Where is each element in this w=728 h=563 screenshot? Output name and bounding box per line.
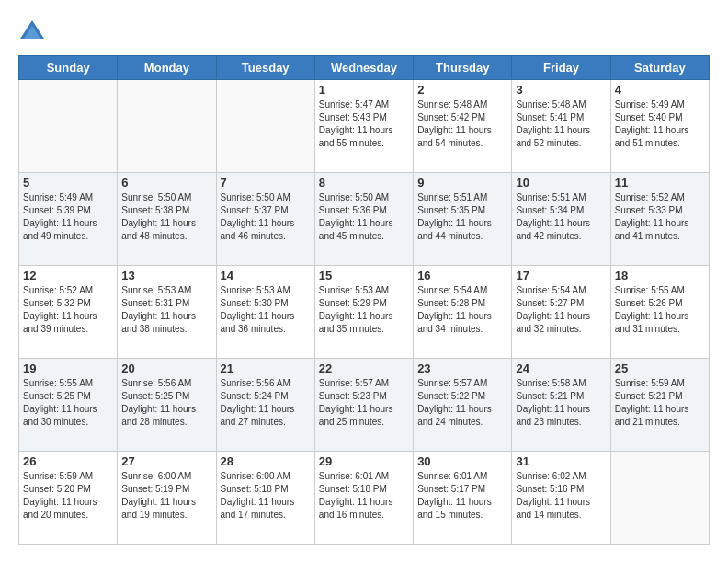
week-row-5: 26Sunrise: 5:59 AMSunset: 5:20 PMDayligh… (19, 452, 710, 545)
weekday-header-monday: Monday (118, 56, 216, 80)
day-info: Sunrise: 5:51 AMSunset: 5:34 PMDaylight:… (516, 191, 606, 243)
day-info: Sunrise: 5:52 AMSunset: 5:32 PMDaylight:… (23, 284, 113, 336)
day-number: 18 (615, 269, 705, 282)
calendar-cell-2-3: 7Sunrise: 5:50 AMSunset: 5:37 PMDaylight… (216, 173, 314, 266)
logo (18, 18, 50, 46)
page: SundayMondayTuesdayWednesdayThursdayFrid… (0, 0, 728, 563)
day-info: Sunrise: 5:48 AMSunset: 5:42 PMDaylight:… (417, 98, 507, 150)
day-number: 1 (319, 83, 409, 97)
day-number: 14 (221, 269, 311, 282)
calendar-cell-1-1 (19, 80, 118, 173)
calendar-cell-4-6: 24Sunrise: 5:58 AMSunset: 5:21 PMDayligh… (512, 359, 610, 452)
calendar-cell-3-6: 17Sunrise: 5:54 AMSunset: 5:27 PMDayligh… (512, 266, 610, 359)
calendar-cell-1-5: 2Sunrise: 5:48 AMSunset: 5:42 PMDaylight… (414, 80, 512, 173)
day-number: 15 (319, 269, 409, 282)
day-number: 23 (417, 362, 507, 375)
day-info: Sunrise: 5:52 AMSunset: 5:33 PMDaylight:… (615, 191, 705, 243)
calendar-cell-3-5: 16Sunrise: 5:54 AMSunset: 5:28 PMDayligh… (414, 266, 512, 359)
day-info: Sunrise: 5:54 AMSunset: 5:27 PMDaylight:… (516, 284, 606, 336)
day-info: Sunrise: 6:00 AMSunset: 5:19 PMDaylight:… (121, 470, 211, 522)
day-info: Sunrise: 6:01 AMSunset: 5:17 PMDaylight:… (417, 470, 507, 522)
day-number: 8 (319, 176, 409, 190)
day-info: Sunrise: 5:48 AMSunset: 5:41 PMDaylight:… (516, 98, 606, 150)
week-row-4: 19Sunrise: 5:55 AMSunset: 5:25 PMDayligh… (19, 359, 710, 452)
day-info: Sunrise: 5:51 AMSunset: 5:35 PMDaylight:… (417, 191, 507, 243)
calendar-cell-5-4: 29Sunrise: 6:01 AMSunset: 5:18 PMDayligh… (314, 452, 413, 545)
weekday-header-row: SundayMondayTuesdayWednesdayThursdayFrid… (19, 56, 710, 80)
day-number: 5 (23, 176, 113, 190)
week-row-3: 12Sunrise: 5:52 AMSunset: 5:32 PMDayligh… (19, 266, 710, 359)
day-number: 16 (417, 269, 507, 282)
day-number: 11 (615, 176, 705, 190)
calendar-cell-2-4: 8Sunrise: 5:50 AMSunset: 5:36 PMDaylight… (314, 173, 413, 266)
day-info: Sunrise: 5:50 AMSunset: 5:36 PMDaylight:… (319, 191, 409, 243)
day-number: 21 (221, 362, 311, 375)
calendar-cell-2-6: 10Sunrise: 5:51 AMSunset: 5:34 PMDayligh… (512, 173, 610, 266)
calendar-cell-3-3: 14Sunrise: 5:53 AMSunset: 5:30 PMDayligh… (216, 266, 314, 359)
calendar: SundayMondayTuesdayWednesdayThursdayFrid… (18, 55, 710, 545)
day-info: Sunrise: 5:56 AMSunset: 5:24 PMDaylight:… (221, 377, 311, 429)
day-number: 24 (516, 362, 606, 375)
day-number: 27 (121, 454, 211, 468)
day-info: Sunrise: 5:54 AMSunset: 5:28 PMDaylight:… (417, 284, 507, 336)
day-number: 3 (516, 83, 606, 97)
day-number: 20 (121, 362, 211, 375)
calendar-cell-4-4: 22Sunrise: 5:57 AMSunset: 5:23 PMDayligh… (314, 359, 413, 452)
day-number: 31 (516, 454, 606, 468)
day-info: Sunrise: 5:58 AMSunset: 5:21 PMDaylight:… (516, 377, 606, 429)
calendar-cell-2-1: 5Sunrise: 5:49 AMSunset: 5:39 PMDaylight… (19, 173, 118, 266)
calendar-cell-3-2: 13Sunrise: 5:53 AMSunset: 5:31 PMDayligh… (118, 266, 216, 359)
calendar-cell-2-7: 11Sunrise: 5:52 AMSunset: 5:33 PMDayligh… (610, 173, 709, 266)
week-row-1: 1Sunrise: 5:47 AMSunset: 5:43 PMDaylight… (19, 80, 710, 173)
day-number: 25 (615, 362, 705, 375)
calendar-cell-5-6: 31Sunrise: 6:02 AMSunset: 5:16 PMDayligh… (512, 452, 610, 545)
calendar-cell-4-2: 20Sunrise: 5:56 AMSunset: 5:25 PMDayligh… (118, 359, 216, 452)
calendar-cell-4-5: 23Sunrise: 5:57 AMSunset: 5:22 PMDayligh… (414, 359, 512, 452)
day-info: Sunrise: 6:01 AMSunset: 5:18 PMDaylight:… (319, 470, 409, 522)
day-number: 7 (221, 176, 311, 190)
day-number: 17 (516, 269, 606, 282)
day-info: Sunrise: 5:55 AMSunset: 5:26 PMDaylight:… (615, 284, 705, 336)
calendar-cell-4-3: 21Sunrise: 5:56 AMSunset: 5:24 PMDayligh… (216, 359, 314, 452)
weekday-header-wednesday: Wednesday (314, 56, 413, 80)
calendar-cell-1-6: 3Sunrise: 5:48 AMSunset: 5:41 PMDaylight… (512, 80, 610, 173)
day-info: Sunrise: 5:47 AMSunset: 5:43 PMDaylight:… (319, 98, 409, 150)
calendar-cell-5-5: 30Sunrise: 6:01 AMSunset: 5:17 PMDayligh… (414, 452, 512, 545)
day-number: 29 (319, 454, 409, 468)
day-info: Sunrise: 5:53 AMSunset: 5:30 PMDaylight:… (221, 284, 311, 336)
calendar-cell-5-2: 27Sunrise: 6:00 AMSunset: 5:19 PMDayligh… (118, 452, 216, 545)
day-info: Sunrise: 5:50 AMSunset: 5:38 PMDaylight:… (121, 191, 211, 243)
calendar-cell-2-2: 6Sunrise: 5:50 AMSunset: 5:38 PMDaylight… (118, 173, 216, 266)
header (18, 18, 710, 46)
calendar-cell-5-1: 26Sunrise: 5:59 AMSunset: 5:20 PMDayligh… (19, 452, 118, 545)
day-info: Sunrise: 5:49 AMSunset: 5:39 PMDaylight:… (23, 191, 113, 243)
day-number: 12 (23, 269, 113, 282)
day-info: Sunrise: 5:53 AMSunset: 5:31 PMDaylight:… (121, 284, 211, 336)
day-info: Sunrise: 5:57 AMSunset: 5:22 PMDaylight:… (417, 377, 507, 429)
weekday-header-sunday: Sunday (19, 56, 118, 80)
calendar-cell-1-2 (118, 80, 216, 173)
day-info: Sunrise: 5:50 AMSunset: 5:37 PMDaylight:… (221, 191, 311, 243)
day-info: Sunrise: 5:53 AMSunset: 5:29 PMDaylight:… (319, 284, 409, 336)
calendar-cell-2-5: 9Sunrise: 5:51 AMSunset: 5:35 PMDaylight… (414, 173, 512, 266)
day-info: Sunrise: 5:59 AMSunset: 5:20 PMDaylight:… (23, 470, 113, 522)
day-number: 26 (23, 454, 113, 468)
weekday-header-thursday: Thursday (414, 56, 512, 80)
weekday-header-friday: Friday (512, 56, 610, 80)
day-number: 30 (417, 454, 507, 468)
week-row-2: 5Sunrise: 5:49 AMSunset: 5:39 PMDaylight… (19, 173, 710, 266)
day-number: 2 (417, 83, 507, 97)
day-number: 9 (417, 176, 507, 190)
weekday-header-saturday: Saturday (610, 56, 709, 80)
day-number: 6 (121, 176, 211, 190)
calendar-cell-5-7 (610, 452, 709, 545)
calendar-cell-3-4: 15Sunrise: 5:53 AMSunset: 5:29 PMDayligh… (314, 266, 413, 359)
day-info: Sunrise: 6:00 AMSunset: 5:18 PMDaylight:… (221, 470, 311, 522)
calendar-cell-3-7: 18Sunrise: 5:55 AMSunset: 5:26 PMDayligh… (610, 266, 709, 359)
calendar-cell-3-1: 12Sunrise: 5:52 AMSunset: 5:32 PMDayligh… (19, 266, 118, 359)
day-info: Sunrise: 5:59 AMSunset: 5:21 PMDaylight:… (615, 377, 705, 429)
day-info: Sunrise: 5:49 AMSunset: 5:40 PMDaylight:… (615, 98, 705, 150)
calendar-cell-1-3 (216, 80, 314, 173)
day-info: Sunrise: 5:57 AMSunset: 5:23 PMDaylight:… (319, 377, 409, 429)
day-info: Sunrise: 6:02 AMSunset: 5:16 PMDaylight:… (516, 470, 606, 522)
